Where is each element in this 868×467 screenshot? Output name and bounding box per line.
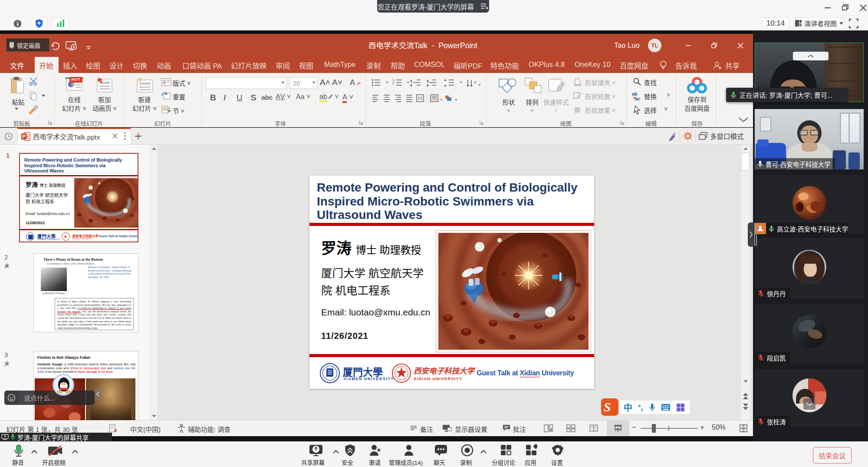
svg-text:ac: ac	[635, 96, 640, 101]
svg-text:2.: 2.	[392, 81, 395, 85]
svg-text:P: P	[22, 134, 25, 139]
svg-text:A: A	[474, 80, 477, 84]
